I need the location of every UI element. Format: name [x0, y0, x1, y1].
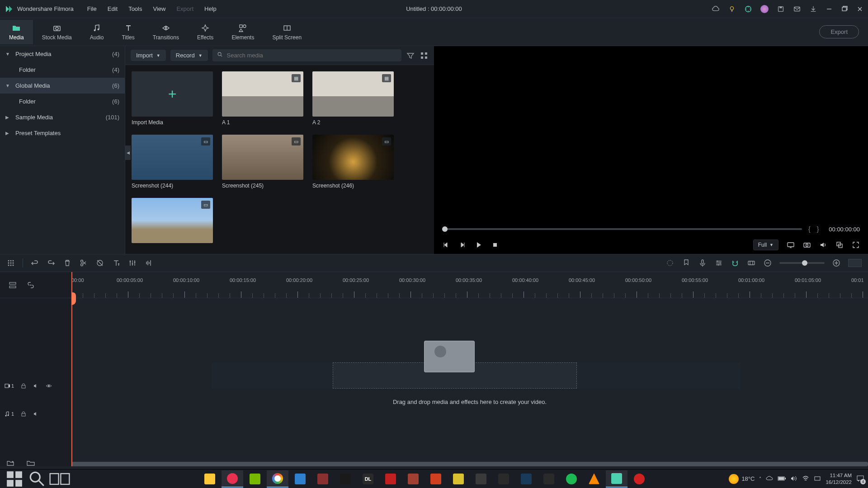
tab-media[interactable]: Media — [0, 20, 33, 44]
maximize-button[interactable] — [841, 5, 848, 13]
prev-frame-button[interactable] — [442, 241, 450, 249]
adjustment-button[interactable] — [128, 258, 137, 267]
taskbar-app[interactable] — [470, 470, 492, 488]
scrub-handle[interactable] — [442, 226, 448, 232]
taskbar-app[interactable] — [515, 470, 537, 488]
timeline-scrollbar[interactable] — [71, 462, 868, 466]
zoom-slider[interactable] — [779, 262, 825, 264]
text-tool-button[interactable] — [112, 258, 121, 267]
lightbulb-icon[interactable] — [728, 5, 736, 13]
taskbar-app[interactable] — [244, 470, 266, 488]
stop-button[interactable] — [491, 241, 499, 249]
zoom-fit-button[interactable] — [848, 259, 862, 267]
tree-folder[interactable]: Folder (4) — [0, 62, 125, 78]
taskbar-app[interactable] — [425, 470, 447, 488]
tab-effects[interactable]: Effects — [188, 20, 222, 44]
record-dropdown[interactable]: Record ▼ — [170, 50, 208, 61]
audio-track-header[interactable]: 1 — [0, 402, 71, 426]
track-settings-icon[interactable] — [8, 281, 17, 290]
folder-icon[interactable] — [26, 459, 35, 468]
taskbar-app[interactable] — [199, 470, 221, 488]
new-folder-icon[interactable] — [6, 459, 15, 468]
lock-icon[interactable] — [20, 411, 27, 417]
taskbar-app[interactable] — [312, 470, 334, 488]
menu-file[interactable]: File — [87, 5, 97, 12]
tree-sample-media[interactable]: ▶ Sample Media (101) — [0, 109, 125, 125]
taskbar-app[interactable]: DL — [357, 470, 379, 488]
zoom-out-button[interactable] — [763, 258, 772, 267]
mail-icon[interactable] — [793, 5, 801, 13]
taskbar-app[interactable] — [538, 470, 560, 488]
taskbar-app[interactable] — [402, 470, 424, 488]
taskbar-app-filmora[interactable] — [606, 470, 627, 488]
cloud-icon[interactable] — [712, 5, 720, 13]
scrub-track[interactable] — [442, 228, 802, 230]
lock-icon[interactable] — [20, 383, 27, 389]
timeline-body[interactable]: 00:00 00:00:05:00 00:00:10:00 00:00:15:0… — [71, 272, 868, 466]
media-item[interactable]: ▦ A 1 — [222, 71, 303, 126]
scrollbar-thumb[interactable] — [71, 462, 868, 466]
crop-button[interactable] — [95, 258, 104, 267]
tree-preset-templates[interactable]: ▶ Preset Templates — [0, 125, 125, 141]
tab-titles[interactable]: Titles — [113, 20, 143, 44]
mixer-icon[interactable] — [714, 258, 723, 267]
taskbar-app[interactable] — [335, 470, 356, 488]
menu-edit[interactable]: Edit — [108, 5, 118, 12]
tree-project-media[interactable]: ▼ Project Media (4) — [0, 46, 125, 62]
minimize-button[interactable] — [826, 5, 833, 13]
weather-widget[interactable]: 18°C — [729, 474, 755, 484]
split-button[interactable] — [79, 258, 88, 267]
panel-collapse-handle[interactable]: ◀ — [125, 145, 131, 160]
tray-cloud-icon[interactable] — [766, 475, 773, 483]
grid-view-icon[interactable] — [420, 51, 429, 60]
tab-split-screen[interactable]: Split Screen — [263, 20, 311, 44]
tray-volume-icon[interactable] — [790, 475, 797, 483]
mute-icon[interactable] — [33, 411, 39, 417]
tray-battery-icon[interactable] — [778, 476, 786, 482]
apps-icon[interactable] — [6, 258, 15, 267]
timeline-ruler[interactable]: 00:00 00:00:05:00 00:00:10:00 00:00:15:0… — [71, 272, 868, 298]
download-icon[interactable] — [809, 5, 817, 13]
zoom-handle[interactable] — [802, 260, 807, 266]
import-media-tile[interactable]: + Import Media — [132, 71, 213, 126]
taskbar-app[interactable] — [493, 470, 514, 488]
taskbar-app[interactable] — [267, 470, 288, 488]
link-icon[interactable] — [747, 258, 756, 267]
mark-out-icon[interactable]: } — [817, 225, 819, 233]
tab-audio[interactable]: Audio — [81, 20, 113, 44]
search-button[interactable] — [26, 470, 48, 488]
playhead[interactable] — [71, 272, 72, 466]
media-item[interactable]: ▭ — [132, 198, 213, 243]
taskbar-app[interactable] — [222, 470, 243, 488]
undo-button[interactable] — [30, 258, 39, 267]
playhead-handle[interactable] — [71, 292, 76, 305]
search-box[interactable] — [212, 49, 401, 61]
taskbar-app[interactable] — [583, 470, 605, 488]
marker-icon[interactable] — [682, 258, 691, 267]
snapshot-icon[interactable] — [803, 241, 811, 249]
tray-wifi-icon[interactable] — [802, 475, 809, 483]
tree-global-media[interactable]: ▼ Global Media (6) — [0, 78, 125, 94]
media-item[interactable]: ▭ Screenshot (244) — [132, 135, 213, 189]
save-icon[interactable] — [777, 5, 785, 13]
taskbar-app[interactable] — [289, 470, 311, 488]
menu-help[interactable]: Help — [204, 5, 217, 12]
preview-video[interactable] — [434, 46, 868, 222]
tree-folder[interactable]: Folder (6) — [0, 94, 125, 109]
menu-view[interactable]: View — [153, 5, 165, 12]
search-input[interactable] — [227, 52, 397, 59]
display-icon[interactable] — [787, 241, 795, 249]
close-button[interactable] — [856, 5, 863, 13]
tab-elements[interactable]: Elements — [222, 20, 263, 44]
avatar-icon[interactable] — [760, 5, 769, 13]
import-dropdown[interactable]: Import ▼ — [131, 50, 166, 61]
volume-icon[interactable] — [819, 241, 827, 249]
filter-icon[interactable] — [406, 51, 415, 60]
zoom-in-button[interactable] — [832, 258, 841, 267]
taskbar-app[interactable] — [561, 470, 582, 488]
quality-select[interactable]: Full ▼ — [753, 239, 778, 250]
play-button[interactable] — [475, 241, 483, 249]
media-item[interactable]: ▦ A 2 — [312, 71, 394, 126]
support-icon[interactable] — [744, 5, 752, 13]
detach-icon[interactable] — [835, 241, 844, 249]
